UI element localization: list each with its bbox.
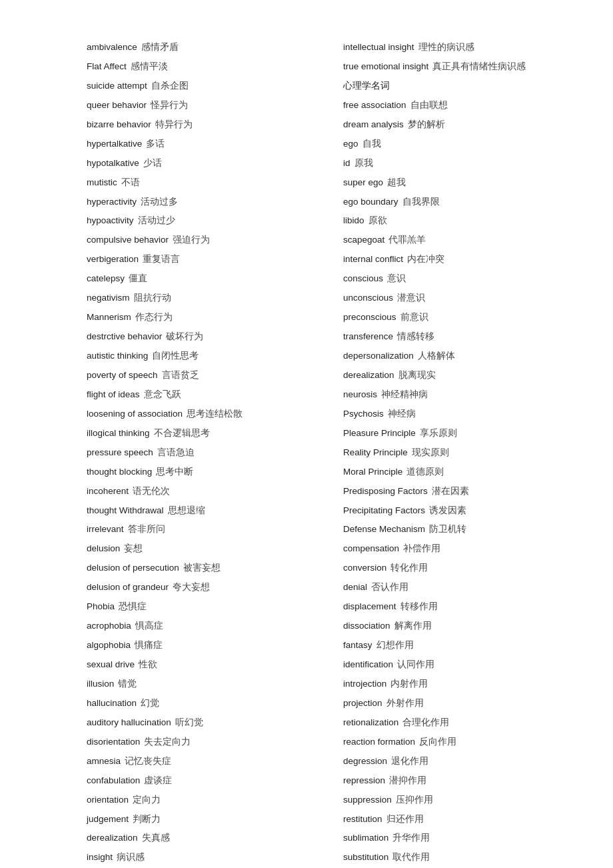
term-chinese: 认同作用: [397, 657, 434, 673]
term-chinese: 神经精神病: [381, 387, 428, 403]
list-item: reaction formation反向作用: [343, 735, 573, 750]
term-english: derealization: [87, 831, 138, 846]
list-item: denial否认作用: [343, 580, 573, 595]
term-english: ambivalence: [87, 40, 137, 55]
list-item: depersonalization人格解体: [343, 349, 573, 364]
list-item: compensation补偿作用: [343, 541, 573, 557]
list-item: auditory hallucination听幻觉: [87, 715, 316, 731]
section-label: 心理学名词: [343, 79, 390, 94]
term-chinese: 道德原则: [406, 465, 444, 480]
term-english: suicide attempt: [87, 79, 147, 94]
term-english: true emotional insight: [343, 59, 428, 75]
term-chinese: 补偿作用: [403, 541, 440, 557]
list-item: ambivalence感情矛盾: [87, 40, 316, 55]
term-english: denial: [343, 580, 367, 595]
list-item: repression潜抑作用: [343, 773, 573, 789]
list-item: derealization脱离现实: [343, 368, 573, 383]
term-english: delusion of grandeur: [87, 580, 169, 595]
left-column: ambivalence感情矛盾Flat Affect感情平淡suicide at…: [87, 40, 330, 868]
right-column: intellectual insight理性的病识感true emotional…: [330, 40, 573, 868]
term-chinese: 幻觉: [141, 696, 159, 711]
term-english: introjection: [343, 677, 386, 692]
term-chinese: 转化作用: [390, 561, 428, 576]
term-chinese: 脱离现实: [398, 368, 436, 383]
term-english: negativism: [87, 291, 130, 306]
term-chinese: 判断力: [133, 812, 161, 827]
list-item: neurosis神经精神病: [343, 387, 573, 403]
term-english: restitution: [343, 812, 382, 827]
term-chinese: 解离作用: [394, 619, 432, 634]
term-english: acrophobia: [87, 619, 131, 634]
term-english: suppression: [343, 793, 392, 808]
list-item: dream analysis梦的解析: [343, 117, 573, 133]
term-chinese: 不合逻辑思考: [154, 426, 210, 441]
term-english: transference: [343, 329, 393, 345]
term-english: mutistic: [87, 175, 117, 191]
list-item: orientation定向力: [87, 793, 316, 808]
list-item: identification认同作用: [343, 657, 573, 673]
list-item: conversion转化作用: [343, 561, 573, 576]
term-english: retionalization: [343, 715, 398, 731]
list-item: projection外射作用: [343, 696, 573, 711]
term-english: Mannerism: [87, 310, 131, 325]
term-english: scapegoat: [343, 233, 384, 248]
term-chinese: 升华作用: [392, 831, 430, 846]
term-english: delusion of persecution: [87, 561, 179, 576]
term-chinese: 思考连结松散: [187, 407, 243, 422]
term-chinese: 言语急迫: [157, 445, 195, 461]
list-item: retionalization合理化作用: [343, 715, 573, 731]
list-item: disorientation失去定向力: [87, 735, 316, 750]
term-chinese: 错觉: [118, 677, 137, 692]
list-item: Predisposing Factors潜在因素: [343, 484, 573, 499]
term-chinese: 怪异行为: [151, 98, 188, 113]
term-chinese: 重复语言: [143, 252, 180, 267]
term-english: repression: [343, 773, 385, 789]
list-item: ego boundary自我界限: [343, 195, 573, 210]
term-english: amnesia: [87, 754, 121, 769]
term-english: derealization: [343, 368, 394, 383]
term-chinese: 超我: [387, 175, 406, 191]
term-chinese: 神经病: [388, 407, 416, 422]
list-item: illusion错觉: [87, 677, 316, 692]
list-item: internal conflict内在冲突: [343, 252, 573, 267]
term-english: unconscious: [343, 291, 393, 306]
term-english: hallucination: [87, 696, 137, 711]
term-chinese: 防卫机转: [429, 522, 466, 537]
term-chinese: 妄想: [124, 541, 143, 557]
term-english: free association: [343, 98, 406, 113]
term-english: Flat Affect: [87, 59, 127, 75]
term-chinese: 惧痛症: [135, 638, 163, 653]
term-chinese: 性欲: [139, 657, 157, 673]
term-chinese: 定向力: [133, 793, 161, 808]
term-english: illusion: [87, 677, 114, 692]
term-english: hypotalkative: [87, 156, 139, 171]
list-item: acrophobia惧高症: [87, 619, 316, 634]
term-english: internal conflict: [343, 252, 403, 267]
list-item: introjection内射作用: [343, 677, 573, 692]
term-chinese: 失去定向力: [144, 735, 191, 750]
term-chinese: 恐惧症: [119, 599, 147, 615]
term-english: preconscious: [343, 310, 396, 325]
term-english: compensation: [343, 541, 399, 557]
list-item: amnesia记忆丧失症: [87, 754, 316, 769]
list-item: sexual drive性欲: [87, 657, 316, 673]
list-item: sublimation升华作用: [343, 831, 573, 846]
term-chinese: 作态行为: [135, 310, 173, 325]
list-item: Reality Principle现实原则: [343, 445, 573, 461]
list-item: irrelevant答非所问: [87, 522, 316, 537]
term-english: delusion: [87, 541, 120, 557]
list-item: scapegoat代罪羔羊: [343, 233, 573, 248]
term-chinese: 思想退缩: [168, 503, 205, 519]
term-chinese: 情感转移: [397, 329, 434, 345]
list-item: suppression压抑作用: [343, 793, 573, 808]
term-english: libido: [343, 213, 364, 229]
list-item: hyperactivity活动过多: [87, 195, 316, 210]
term-english: catelepsy: [87, 271, 125, 287]
term-chinese: 意念飞跃: [144, 387, 181, 403]
term-chinese: 言语贫乏: [162, 368, 199, 383]
list-item: degression退化作用: [343, 754, 573, 769]
term-chinese: 自闭性思考: [152, 349, 199, 364]
term-english: algophobia: [87, 638, 131, 653]
list-item: negativism阻抗行动: [87, 291, 316, 306]
term-chinese: 原欲: [368, 213, 387, 229]
